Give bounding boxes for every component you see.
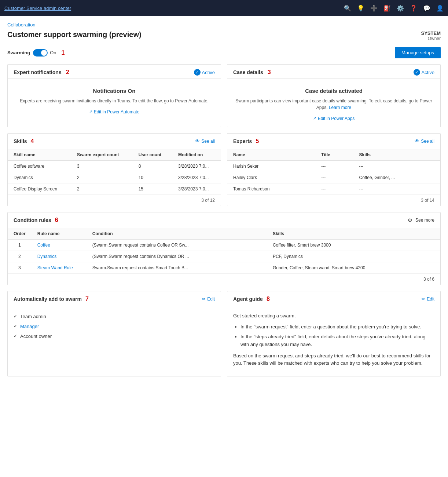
edit-power-automate-link[interactable]: ↗ Edit in Power Automate bbox=[89, 109, 140, 114]
experts-table: Name Title Skills Harish Sekar --- --- H… bbox=[227, 149, 440, 195]
agent-guide-body: Get started creating a swarm. In the "sw… bbox=[227, 307, 440, 376]
rules-table-row: 1 Coffee (Swarm.Swarm request contains C… bbox=[8, 239, 440, 251]
skills-col-expert: Swarm expert count bbox=[71, 149, 133, 161]
bulb-icon[interactable]: 💡 bbox=[357, 5, 364, 12]
skill-expert-count: 2 bbox=[71, 172, 133, 183]
external-icon-apps: ↗ bbox=[313, 116, 316, 121]
plus-icon[interactable]: ➕ bbox=[370, 5, 378, 12]
case-details-body: Case details activated Swarm participant… bbox=[227, 79, 440, 127]
rule-order: 3 bbox=[8, 262, 32, 273]
swarm-item-team-admin: ✓ Team admin bbox=[14, 312, 215, 321]
swarm-item-link-manager[interactable]: Manager bbox=[20, 322, 39, 331]
rule-name-link[interactable]: Dynamics bbox=[37, 254, 57, 259]
skill-modified: 3/28/2023 7:0... bbox=[172, 172, 221, 183]
feedback-icon[interactable]: 💬 bbox=[423, 5, 430, 12]
gear-icon[interactable]: ⚙️ bbox=[397, 5, 404, 12]
case-active-check-icon: ✓ bbox=[414, 69, 420, 76]
swarm-item-account-owner: ✓ Account owner bbox=[14, 332, 215, 341]
edit-power-apps-link[interactable]: ↗ Edit in Power Apps bbox=[313, 116, 355, 121]
rule-name[interactable]: Steam Wand Rule bbox=[32, 262, 87, 273]
main-container: Collaboration Customer support swarming … bbox=[0, 16, 448, 477]
skills-title: Skills 4 bbox=[14, 138, 34, 145]
case-details-badge: ✓ Active bbox=[414, 69, 434, 76]
topbar-icons: 🔍 💡 ➕ ⛽ ⚙️ ❓ 💬 👤 bbox=[344, 5, 444, 12]
experts-header: Experts 5 👁 See all bbox=[227, 134, 440, 149]
skill-user-count: 10 bbox=[133, 172, 172, 183]
experts-card: Experts 5 👁 See all Name Title Skills bbox=[227, 133, 441, 206]
swarming-label: Swarming bbox=[7, 50, 30, 55]
case-details-status: Active bbox=[422, 70, 434, 75]
swarm-item-label-team-admin: Team admin bbox=[20, 314, 46, 319]
skill-modified: 3/28/2023 7:0... bbox=[172, 160, 221, 172]
step-3-label: 3 bbox=[268, 69, 271, 76]
expert-skills: --- bbox=[353, 183, 440, 194]
rule-condition: Swarm.Swarm request contains Smart Touch… bbox=[87, 262, 267, 273]
condition-rules-table: Order Rule name Condition Skills 1 Coffe… bbox=[8, 228, 440, 274]
toggle-container: On bbox=[33, 49, 56, 57]
case-details-card: Case details 3 ✓ Active Case details act… bbox=[227, 64, 441, 127]
agent-guide-edit-link[interactable]: ✏ Edit bbox=[422, 296, 434, 302]
see-more-link[interactable]: ⚙ See more bbox=[408, 217, 434, 223]
rules-col-order: Order bbox=[8, 228, 32, 240]
skills-see-all-link[interactable]: 👁 See all bbox=[195, 138, 215, 144]
case-details-title: Case details bbox=[233, 69, 263, 75]
rule-skills: Coffee filter, Smart brew 3000 bbox=[267, 239, 440, 251]
user-icon[interactable]: 👤 bbox=[436, 5, 444, 12]
condition-rules-title: Condition rules 6 bbox=[14, 217, 58, 223]
skill-expert-count: 2 bbox=[71, 183, 133, 194]
swarming-toggle[interactable] bbox=[33, 49, 48, 57]
filter-icon[interactable]: ⛽ bbox=[383, 5, 391, 12]
experts-see-all-link[interactable]: 👁 See all bbox=[415, 138, 434, 144]
external-icon: ↗ bbox=[89, 109, 92, 114]
agent-guide-list: In the "swarm request" field, enter a qu… bbox=[240, 323, 434, 348]
case-details-desc: Swarm participants can view important ca… bbox=[233, 98, 434, 111]
rule-name[interactable]: Coffee bbox=[32, 239, 87, 251]
topbar-title[interactable]: Customer Service admin center bbox=[4, 6, 341, 11]
auto-swarm-card: Automatically add to swarm 7 ✏ Edit ✓ Te… bbox=[7, 291, 221, 377]
expert-notifications-body: Notifications On Experts are receiving s… bbox=[8, 79, 221, 120]
breadcrumb[interactable]: Collaboration bbox=[7, 22, 441, 28]
expert-skills: --- bbox=[353, 160, 440, 172]
help-icon[interactable]: ❓ bbox=[410, 5, 417, 12]
gear-icon-small: ⚙ bbox=[408, 217, 412, 223]
rule-name-link[interactable]: Coffee bbox=[37, 243, 50, 248]
skills-table-row: Coffee software 3 8 3/28/2023 7:0... bbox=[8, 160, 221, 172]
swarming-row: Swarming On 1 Manage setups bbox=[7, 47, 441, 58]
skills-header: Skills 4 👁 See all bbox=[8, 134, 221, 149]
experts-title: Experts 5 bbox=[233, 138, 259, 145]
expert-name: Hailey Clark bbox=[227, 172, 315, 183]
skill-name: Dynamics bbox=[8, 172, 71, 183]
auto-swarm-edit-link[interactable]: ✏ Edit bbox=[202, 296, 215, 302]
condition-rules-header: Condition rules 6 ⚙ See more bbox=[8, 212, 440, 228]
bottom-row: Automatically add to swarm 7 ✏ Edit ✓ Te… bbox=[7, 291, 441, 377]
rule-name-link[interactable]: Steam Wand Rule bbox=[37, 265, 73, 270]
search-icon[interactable]: 🔍 bbox=[344, 5, 351, 12]
owner-label: Owner bbox=[421, 36, 441, 41]
expert-title: --- bbox=[315, 183, 353, 194]
condition-rules-card: Condition rules 6 ⚙ See more Order Rule … bbox=[7, 212, 441, 285]
skill-user-count: 8 bbox=[133, 160, 172, 172]
skills-pagination: 3 of 12 bbox=[8, 195, 221, 206]
rule-name[interactable]: Dynamics bbox=[32, 251, 87, 262]
rule-condition: (Swarm.Swarm request contains Coffee OR … bbox=[87, 239, 267, 251]
auto-swarm-body: ✓ Team admin ✓ Manager ✓ Account owner bbox=[8, 307, 221, 346]
case-details-activated-title: Case details activated bbox=[233, 88, 434, 94]
skills-col-user: User count bbox=[133, 149, 172, 161]
experts-table-row: Harish Sekar --- --- bbox=[227, 160, 440, 172]
agent-guide-header: Agent guide 8 ✏ Edit bbox=[227, 291, 440, 307]
page-title: Customer support swarming (preview) bbox=[7, 30, 142, 39]
edit-pencil-icon: ✏ bbox=[202, 296, 206, 302]
page-header: Customer support swarming (preview) SYST… bbox=[7, 30, 441, 41]
rule-skills: PCF, Dynamics bbox=[267, 251, 440, 262]
experts-col-title: Title bbox=[315, 149, 353, 161]
topbar: Customer Service admin center 🔍 💡 ➕ ⛽ ⚙️… bbox=[0, 0, 448, 16]
experts-table-row: Tomas Richardson --- --- bbox=[227, 183, 440, 194]
agent-guide-card: Agent guide 8 ✏ Edit Get started creatin… bbox=[227, 291, 441, 377]
agent-guide-bullet: In the "swarm request" field, enter a qu… bbox=[240, 323, 434, 331]
auto-swarm-title: Automatically add to swarm 7 bbox=[14, 296, 89, 302]
skills-eye-icon: 👁 bbox=[195, 138, 200, 144]
skill-user-count: 15 bbox=[133, 183, 172, 194]
learn-more-link[interactable]: Learn more bbox=[329, 105, 351, 110]
experts-table-row: Hailey Clark --- Coffee, Grinder, ... bbox=[227, 172, 440, 183]
manage-setups-button[interactable]: Manage setups bbox=[395, 47, 441, 58]
